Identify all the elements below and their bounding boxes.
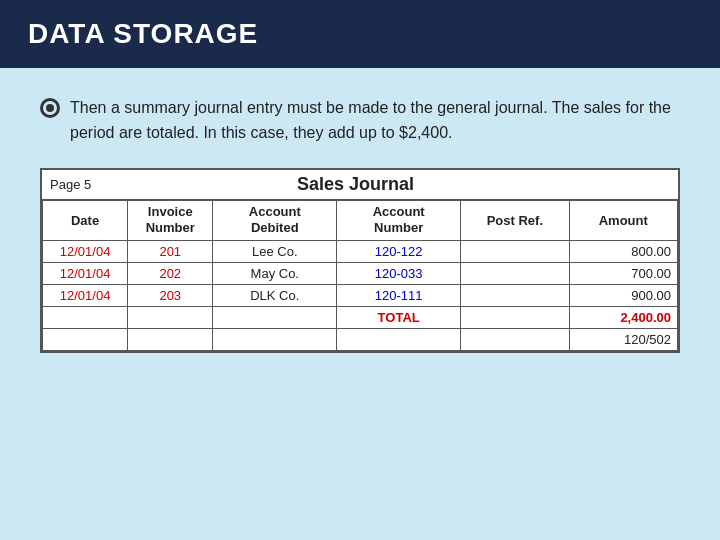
cell-empty5	[461, 329, 569, 351]
cell-amount: 800.00	[569, 241, 677, 263]
col-header-amount: Amount	[569, 200, 677, 241]
table-row-total: TOTAL 2,400.00	[43, 307, 678, 329]
cell-invoice: 201	[128, 241, 213, 263]
table-row-ref: 120/502	[43, 329, 678, 351]
cell-acct-deb: Lee Co.	[213, 241, 337, 263]
cell-total-amount: 2,400.00	[569, 307, 677, 329]
journal-wrapper: Page 5 Sales Journal Date InvoiceNumber …	[40, 168, 680, 354]
header-title: DATA STORAGE	[28, 18, 258, 49]
cell-post	[461, 285, 569, 307]
cell-empty2	[128, 329, 213, 351]
cell-post-empty	[461, 307, 569, 329]
cell-date-empty	[43, 307, 128, 329]
page-label: Page 5	[50, 177, 91, 192]
cell-empty3	[213, 329, 337, 351]
cell-post	[461, 263, 569, 285]
col-header-post: Post Ref.	[461, 200, 569, 241]
table-row: 12/01/04 201 Lee Co. 120-122 800.00	[43, 241, 678, 263]
col-header-acct-deb: AccountDebited	[213, 200, 337, 241]
cell-ref-amount: 120/502	[569, 329, 677, 351]
cell-invoice: 202	[128, 263, 213, 285]
cell-date: 12/01/04	[43, 263, 128, 285]
header: DATA STORAGE	[0, 0, 720, 68]
journal-header-row: Page 5 Sales Journal	[42, 170, 678, 200]
cell-date: 12/01/04	[43, 241, 128, 263]
col-header-acct-num: AccountNumber	[337, 200, 461, 241]
content-area: Then a summary journal entry must be mad…	[0, 68, 720, 373]
cell-acct-num: 120-122	[337, 241, 461, 263]
cell-acct-num: 120-111	[337, 285, 461, 307]
cell-invoice-empty	[128, 307, 213, 329]
cell-empty1	[43, 329, 128, 351]
cell-acct-deb: DLK Co.	[213, 285, 337, 307]
col-header-invoice: InvoiceNumber	[128, 200, 213, 241]
table-row: 12/01/04 202 May Co. 120-033 700.00	[43, 263, 678, 285]
cell-invoice: 203	[128, 285, 213, 307]
cell-acct-num: 120-033	[337, 263, 461, 285]
cell-date: 12/01/04	[43, 285, 128, 307]
cell-empty4	[337, 329, 461, 351]
cell-amount: 900.00	[569, 285, 677, 307]
bullet-text: Then a summary journal entry must be mad…	[70, 96, 680, 146]
bullet-icon	[40, 98, 60, 118]
journal-title: Sales Journal	[91, 174, 620, 195]
table-header-row: Date InvoiceNumber AccountDebited Accoun…	[43, 200, 678, 241]
cell-acct-deb-empty	[213, 307, 337, 329]
col-header-date: Date	[43, 200, 128, 241]
cell-amount: 700.00	[569, 263, 677, 285]
cell-post	[461, 241, 569, 263]
cell-total-label: TOTAL	[337, 307, 461, 329]
table-row: 12/01/04 203 DLK Co. 120-111 900.00	[43, 285, 678, 307]
bullet-point: Then a summary journal entry must be mad…	[40, 96, 680, 146]
cell-acct-deb: May Co.	[213, 263, 337, 285]
